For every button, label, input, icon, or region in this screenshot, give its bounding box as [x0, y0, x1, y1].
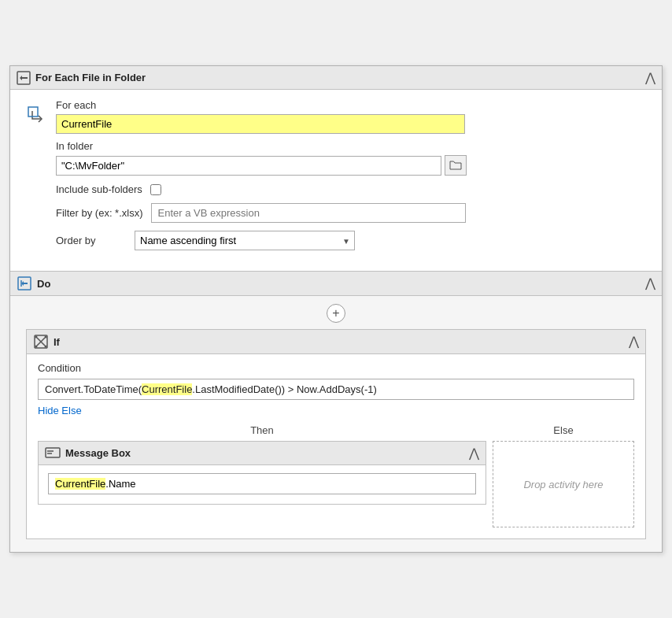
- filterby-label: Filter by (ex: *.xlsx): [56, 207, 143, 219]
- foreach-body: For each In folder Include sub-folders: [10, 90, 662, 271]
- svg-point-6: [35, 346, 38, 348]
- if-title: If: [54, 336, 60, 348]
- condition-prefix: Convert.ToDateTime(: [45, 383, 142, 395]
- if-body: Condition Convert.ToDateTime(CurrentFile…: [27, 354, 645, 538]
- msgbox-body: CurrentFile.Name: [39, 465, 486, 504]
- infolder-row: In folder: [56, 140, 646, 176]
- foreach-title: For Each File in Folder: [35, 72, 146, 83]
- msgbox-highlight: CurrentFile: [55, 478, 105, 490]
- msgbox-value-display[interactable]: CurrentFile.Name: [48, 473, 476, 494]
- if-block: If ⋀ Condition Convert.ToDateTime(Curren…: [26, 329, 646, 539]
- do-body: + If: [10, 296, 662, 552]
- condition-input-display[interactable]: Convert.ToDateTime(CurrentFile.LastModif…: [38, 379, 634, 400]
- if-collapse-icon[interactable]: ⋀: [629, 335, 639, 348]
- msgbox-header: Message Box ⋀: [39, 442, 486, 465]
- svg-rect-1: [28, 107, 38, 117]
- folder-path-input[interactable]: [56, 156, 441, 176]
- subfolders-label: Include sub-folders: [56, 183, 142, 195]
- infolder-label: In folder: [56, 140, 646, 152]
- orderby-row: Order by Name ascending first Name desce…: [56, 231, 646, 250]
- msgbox-title: Message Box: [65, 447, 131, 459]
- condition-suffix: .LastModifiedDate()) > Now.AddDays(-1): [192, 383, 376, 395]
- folder-browse-button[interactable]: [445, 155, 467, 176]
- subfolders-checkbox[interactable]: [150, 184, 161, 195]
- foreach-header: For Each File in Folder ⋀: [10, 66, 662, 90]
- folder-icon: [449, 160, 462, 171]
- foreach-variable-input[interactable]: [56, 114, 465, 134]
- do-section: Do ⋀ +: [10, 271, 662, 552]
- loop-arrows-icon: [26, 105, 50, 128]
- svg-point-7: [45, 346, 47, 348]
- msgbox-icon: [45, 447, 61, 460]
- msgbox-suffix: .Name: [105, 478, 135, 490]
- condition-highlight: CurrentFile: [142, 383, 192, 395]
- do-title: Do: [37, 278, 50, 290]
- orderby-label: Order by: [56, 235, 127, 246]
- condition-label: Condition: [38, 362, 634, 374]
- do-header: Do ⋀: [10, 272, 662, 296]
- else-label: Else: [493, 424, 634, 436]
- msgbox-block: Message Box ⋀ CurrentFile.Name: [38, 441, 486, 505]
- foreach-icon: [17, 71, 31, 85]
- then-else-row: Then: [38, 424, 634, 527]
- drop-activity-label: Drop activity here: [523, 479, 603, 490]
- foreach-collapse-icon[interactable]: ⋀: [645, 72, 655, 84]
- foreach-label: For each: [56, 99, 646, 111]
- orderby-select[interactable]: Name ascending first Name descending fir…: [135, 231, 355, 250]
- foreach-var-row: For each: [26, 99, 646, 134]
- svg-point-4: [35, 336, 38, 339]
- filterby-row: Filter by (ex: *.xlsx): [56, 203, 646, 223]
- then-label: Then: [38, 424, 486, 436]
- else-col: Else Drop activity here: [493, 424, 634, 527]
- do-icon: [17, 276, 32, 291]
- filterby-input[interactable]: [151, 203, 466, 223]
- svg-rect-8: [46, 448, 60, 457]
- hide-else-link[interactable]: Hide Else: [38, 405, 82, 416]
- msgbox-collapse-icon[interactable]: ⋀: [469, 447, 479, 460]
- drop-activity-area[interactable]: Drop activity here: [493, 441, 634, 527]
- svg-point-5: [45, 336, 47, 339]
- then-col: Then: [38, 424, 486, 527]
- if-header: If ⋀: [27, 330, 645, 354]
- add-btn-row: +: [23, 304, 649, 323]
- subfolders-row: Include sub-folders: [56, 183, 646, 195]
- do-collapse-icon[interactable]: ⋀: [645, 277, 655, 290]
- if-icon: [33, 334, 49, 350]
- add-activity-button[interactable]: +: [327, 304, 345, 323]
